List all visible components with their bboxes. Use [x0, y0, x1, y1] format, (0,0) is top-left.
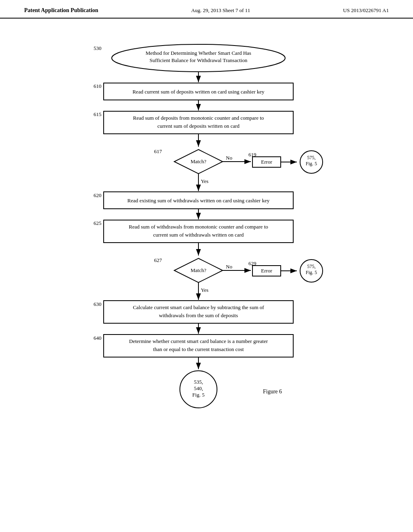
- ref-575-2-line1: 575,: [307, 264, 316, 269]
- label-625: 625: [94, 220, 102, 226]
- yes-617: Yes: [201, 178, 209, 184]
- page: Patent Application Publication Aug. 29, …: [0, 0, 413, 532]
- flowchart-svg: 530 Method for Determining Whether Smart…: [41, 35, 372, 506]
- text-630-2: withdrawals from the sum of deposits: [159, 312, 238, 318]
- label-630: 630: [94, 301, 102, 307]
- end-ref-line3: Fig. 5: [192, 392, 204, 398]
- label-617: 617: [154, 148, 162, 154]
- diamond-617-label: Match?: [191, 158, 206, 164]
- start-text-2: Sufficient Balance for Withdrawal Transa…: [150, 57, 248, 63]
- header-left: Patent Application Publication: [24, 7, 98, 14]
- end-ref-line2: 540,: [194, 385, 203, 391]
- text-629: Error: [261, 268, 272, 274]
- start-text-1: Method for Determining Whether Smart Car…: [146, 50, 251, 56]
- ref-575-1-line1: 575,: [307, 155, 316, 160]
- yes-627: Yes: [201, 287, 209, 293]
- text-625-1: Read sum of withdrawals from monotonic c…: [129, 224, 268, 230]
- figure-label: Figure 6: [263, 389, 282, 395]
- text-630-1: Calculate current smart card balance by …: [133, 304, 264, 310]
- diagram-area: 530 Method for Determining Whether Smart…: [0, 19, 413, 506]
- header-right: US 2013/0226791 A1: [343, 7, 389, 14]
- no-617: No: [226, 155, 232, 161]
- text-640-2: than or equal to the current transaction…: [153, 346, 244, 352]
- end-ref-line1: 535,: [194, 379, 203, 385]
- label-627: 627: [154, 257, 162, 263]
- label-640: 640: [94, 335, 102, 341]
- text-610: Read current sum of deposits written on …: [132, 89, 265, 95]
- text-615-2: current sum of deposits written on card: [157, 123, 240, 129]
- text-619: Error: [261, 159, 272, 165]
- ref-575-1-line2: Fig. 5: [306, 161, 317, 166]
- text-620: Read existing sum of withdrawals written…: [127, 197, 270, 204]
- page-header: Patent Application Publication Aug. 29, …: [0, 0, 413, 19]
- text-615-1: Read sum of deposits from monotonic coun…: [133, 115, 264, 121]
- text-625-2: current sum of withdrawals written on ca…: [153, 232, 244, 238]
- label-620: 620: [94, 192, 102, 198]
- text-640-1: Determine whether current smart card bal…: [129, 338, 268, 344]
- label-615: 615: [94, 111, 102, 117]
- diamond-627-label: Match?: [191, 267, 206, 273]
- no-627: No: [226, 264, 232, 270]
- ref-575-2-line2: Fig. 5: [306, 270, 317, 275]
- label-530: 530: [94, 45, 102, 51]
- header-center: Aug. 29, 2013 Sheet 7 of 11: [191, 7, 250, 14]
- label-610: 610: [94, 83, 102, 89]
